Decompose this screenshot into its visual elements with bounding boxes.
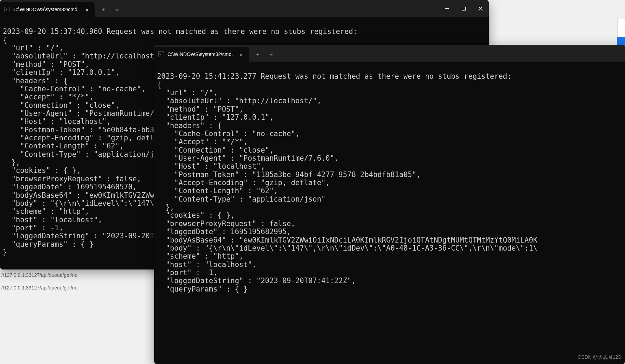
titlebar[interactable]: >_ C:\WINDOWS\system32\cmd. ✕ ＋ [154,45,625,62]
url-line: //127.0.0.1:33127/api/queue/get/no [0,285,77,290]
svg-text:>_: >_ [159,52,163,56]
minimize-button[interactable] [438,0,455,17]
tab-toolbar: ＋ [252,45,277,62]
cmd-icon: >_ [158,51,164,57]
window-controls [438,0,489,17]
titlebar[interactable]: >_ C:\WINDOWS\system32\cmd. ✕ ＋ [0,0,489,17]
maximize-button[interactable] [455,0,472,17]
tab-toolbar: ＋ [97,0,123,17]
watermark: CSDN @大志哥123 [578,354,621,360]
terminal-tab[interactable]: >_ C:\WINDOWS\system32\cmd. ✕ [0,2,95,17]
terminal-output[interactable]: 2023-09-20 15:41:23.277 Request was not … [154,62,625,364]
tab-title: C:\WINDOWS\system32\cmd. [167,51,234,57]
tab-close-button[interactable]: ✕ [238,50,245,58]
svg-text:>_: >_ [5,8,9,11]
new-tab-button[interactable]: ＋ [97,4,110,15]
tab-title: C:\WINDOWS\system32\cmd. [13,7,80,12]
background-url-list: //127.0.0.1:33127/api/queue/get/no //127… [0,272,77,298]
url-line: //127.0.0.1:33127/api/queue/get/no [0,272,77,278]
tab-dropdown-button[interactable] [265,49,277,60]
terminal-window-2: >_ C:\WINDOWS\system32\cmd. ✕ ＋ 2023-09-… [154,45,625,364]
terminal-tab[interactable]: >_ C:\WINDOWS\system32\cmd. ✕ [154,47,249,62]
close-window-button[interactable] [472,0,489,17]
tab-dropdown-button[interactable] [111,4,123,15]
cmd-icon: >_ [4,7,10,12]
tab-close-button[interactable]: ✕ [83,6,90,14]
new-tab-button[interactable]: ＋ [252,49,264,60]
svg-rect-3 [462,7,465,10]
